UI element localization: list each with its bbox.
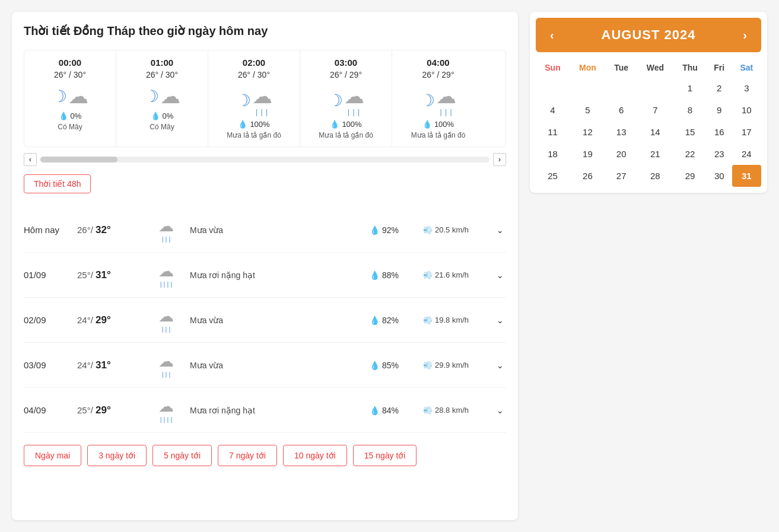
daily-date-2: 02/09 xyxy=(24,315,71,325)
hourly-item-3: 03:00 26° / 29° ☽ ☁ | | | 💧 100% Mưa lả … xyxy=(300,50,392,146)
daily-date-1: 01/09 xyxy=(24,270,71,280)
cal-day[interactable]: 17 xyxy=(732,121,761,143)
btn-7days[interactable]: 7 ngày tới xyxy=(218,445,277,466)
left-panel: Thời tiết Đồng Tháp theo giờ ngày hôm na… xyxy=(12,12,518,520)
daily-row-0: Hôm nay 26°/ 32° ☁ | | | Mưa vừa 💧 92% 💨… xyxy=(24,208,506,253)
expand-button-1[interactable]: ⌄ xyxy=(494,268,506,282)
btn-48h[interactable]: Thời tiết 48h xyxy=(24,174,91,193)
daily-desc-0: Mưa vừa xyxy=(190,225,364,235)
cloud-icon-4: ☁ xyxy=(436,84,456,108)
btn-5days[interactable]: 5 ngày tới xyxy=(152,445,212,466)
drop-icon-3: 💧 xyxy=(330,120,339,129)
hourly-icon-0: ☽ ☁ xyxy=(34,84,106,108)
daily-forecast: Hôm nay 26°/ 32° ☁ | | | Mưa vừa 💧 92% 💨… xyxy=(24,208,506,433)
hourly-rain-1: 💧 0% xyxy=(126,112,198,120)
next-month-button[interactable]: › xyxy=(739,28,751,42)
cal-day[interactable]: 10 xyxy=(732,99,761,121)
expand-button-2[interactable]: ⌄ xyxy=(494,313,506,327)
cal-day[interactable]: 12 xyxy=(570,121,606,143)
cal-day[interactable]: 22 xyxy=(673,143,707,165)
daily-date-4: 04/09 xyxy=(24,405,71,415)
daily-row-3: 03/09 24°/ 31° ☁ | | | Mưa vừa 💧 85% 💨 2… xyxy=(24,343,506,388)
hourly-time-2: 02:00 xyxy=(218,58,290,68)
cal-day[interactable]: 27 xyxy=(606,165,637,187)
hourly-item-4: 04:00 26° / 29° ☽ ☁ | | | 💧 100% Mưa lả … xyxy=(392,50,484,146)
hourly-item-1: 01:00 26° / 30° ☽ ☁ 💧 0% Có Mây xyxy=(116,50,208,146)
hourly-icon-4: ☽ ☁ | | | xyxy=(402,84,475,116)
cal-day[interactable]: 25 xyxy=(536,165,570,187)
daily-wind-3: 💨 29.9 km/h xyxy=(423,361,488,369)
cal-day[interactable]: 23 xyxy=(707,143,732,165)
calendar-month-title: AUGUST 2024 xyxy=(602,27,696,43)
cal-day[interactable]: 16 xyxy=(707,121,732,143)
drop-icon-1: 💧 xyxy=(151,112,160,120)
calendar-grid: Sun Mon Tue Wed Thu Fri Sat 123456789101… xyxy=(536,58,761,187)
cal-day[interactable]: 26 xyxy=(570,165,606,187)
btn-15days[interactable]: 15 ngày tới xyxy=(353,445,417,466)
drop-icon-3: 💧 xyxy=(370,361,380,370)
scroll-right-button[interactable]: › xyxy=(493,153,506,166)
hourly-temp-3: 26° / 29° xyxy=(310,70,382,79)
cal-day[interactable]: 18 xyxy=(536,143,570,165)
drop-icon-0: 💧 xyxy=(59,112,68,120)
hourly-time-1: 01:00 xyxy=(126,58,198,68)
moon-icon-1: ☽ xyxy=(144,87,159,106)
prev-month-button[interactable]: ‹ xyxy=(546,28,558,42)
cal-day[interactable]: 8 xyxy=(673,99,707,121)
cal-day[interactable]: 2 xyxy=(707,77,732,99)
cal-header-sat: Sat xyxy=(732,58,761,77)
cal-day[interactable]: 24 xyxy=(732,143,761,165)
cal-header-mon: Mon xyxy=(570,58,606,77)
cal-day[interactable]: 7 xyxy=(637,99,673,121)
cal-day[interactable]: 5 xyxy=(570,99,606,121)
cal-day[interactable]: 3 xyxy=(732,77,761,99)
daily-icon-0: ☁ | | | xyxy=(148,217,184,243)
cal-day[interactable]: 15 xyxy=(673,121,707,143)
cal-day[interactable]: 4 xyxy=(536,99,570,121)
wind-icon-2: 💨 xyxy=(423,316,433,324)
hourly-time-3: 03:00 xyxy=(310,58,382,68)
btn-3days[interactable]: 3 ngày tới xyxy=(87,445,147,466)
rain-lines-3: | | | xyxy=(348,108,360,116)
cal-day[interactable]: 21 xyxy=(637,143,673,165)
cal-day[interactable]: 11 xyxy=(536,121,570,143)
btn-10days[interactable]: 10 ngày tới xyxy=(283,445,347,466)
scroll-bar-row: ‹ › xyxy=(24,153,506,166)
hourly-strip: 00:00 26° / 30° ☽ ☁ 💧 0% Có Mây 01:00 26… xyxy=(24,50,506,147)
hourly-temp-4: 26° / 29° xyxy=(402,70,475,79)
rain-lines-2: | | | xyxy=(256,108,268,116)
cal-day[interactable]: 29 xyxy=(673,165,707,187)
cal-day[interactable]: 31 xyxy=(732,165,761,187)
moon-icon-4: ☽ xyxy=(420,91,435,110)
daily-rain-4: 💧 84% xyxy=(370,406,417,415)
expand-button-3[interactable]: ⌄ xyxy=(494,358,506,372)
cal-day[interactable]: 30 xyxy=(707,165,732,187)
expand-button-4[interactable]: ⌄ xyxy=(494,403,506,418)
daily-row-4: 04/09 25°/ 29° ☁ | | | | Mưa rơi nặng hạ… xyxy=(24,388,506,433)
cal-day[interactable]: 13 xyxy=(606,121,637,143)
btn-tomorrow[interactable]: Ngày mai xyxy=(24,445,81,466)
cal-day[interactable]: 28 xyxy=(637,165,673,187)
daily-temp-0: 26°/ 32° xyxy=(77,224,142,236)
scroll-left-button[interactable]: ‹ xyxy=(24,153,37,166)
cal-day[interactable]: 6 xyxy=(606,99,637,121)
daily-rain-2: 💧 82% xyxy=(370,316,417,325)
cal-day[interactable]: 14 xyxy=(637,121,673,143)
hourly-rain-2: 💧 100% xyxy=(218,120,290,129)
cal-day[interactable]: 19 xyxy=(570,143,606,165)
drop-icon-1: 💧 xyxy=(370,270,380,280)
moon-icon-0: ☽ xyxy=(52,87,67,106)
hourly-item-0: 00:00 26° / 30° ☽ ☁ 💧 0% Có Mây xyxy=(24,50,116,146)
cal-day[interactable]: 9 xyxy=(707,99,732,121)
cal-day[interactable]: 20 xyxy=(606,143,637,165)
hourly-item-2: 02:00 26° / 30° ☽ ☁ | | | 💧 100% Mưa lả … xyxy=(208,50,300,146)
bottom-buttons: Ngày mai 3 ngày tới 5 ngày tới 7 ngày tớ… xyxy=(24,445,506,466)
cal-day[interactable]: 1 xyxy=(673,77,707,99)
hourly-desc-3: Mưa lả tả gần đó xyxy=(310,131,382,139)
wind-icon-4: 💨 xyxy=(423,406,433,415)
drop-icon: 💧 xyxy=(370,225,380,235)
expand-button-0[interactable]: ⌄ xyxy=(494,223,506,237)
daily-temp-3: 24°/ 31° xyxy=(77,359,142,371)
daily-wind-4: 💨 28.8 km/h xyxy=(423,406,488,415)
daily-wind-2: 💨 19.8 km/h xyxy=(423,316,488,324)
